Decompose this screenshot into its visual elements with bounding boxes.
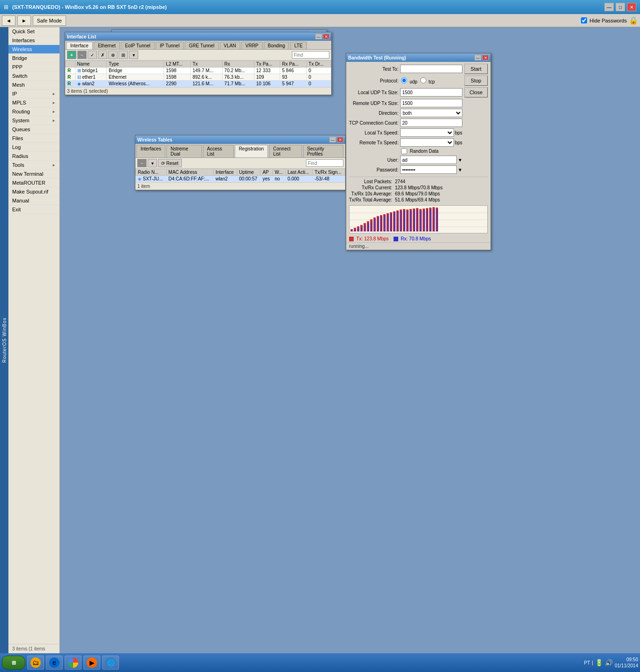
remove-interface-button[interactable]: − (77, 51, 87, 59)
col-txpa: Tx Pa... (254, 61, 280, 67)
sidebar-item-new-terminal[interactable]: New Terminal (8, 170, 60, 179)
sidebar-item-queues[interactable]: Queues (8, 125, 60, 134)
filter-interface-button[interactable]: ▾ (129, 51, 138, 59)
wireless-table-header: Radio N... MAC Address Interface Uptime … (136, 169, 345, 176)
sidebar-item-switch[interactable]: Switch (8, 72, 60, 81)
interface-search-input[interactable] (292, 51, 329, 59)
sidebar-item-routing[interactable]: Routing► (8, 107, 60, 116)
tcp-conn-input[interactable] (400, 119, 462, 127)
local-udp-tx-size-input[interactable] (400, 88, 462, 97)
test-to-input[interactable] (400, 65, 462, 73)
interface-list-close[interactable]: ✕ (323, 34, 329, 39)
add-interface-button[interactable]: + (67, 51, 76, 59)
sort-interface-button[interactable]: ⊞ (119, 51, 128, 59)
back-button[interactable]: ◄ (2, 15, 15, 26)
sidebar-item-radius[interactable]: Radius (8, 152, 60, 161)
tab-eoip-tunnel[interactable]: EoIP Tunnel (121, 42, 155, 49)
interface-list-minimize[interactable]: — (315, 34, 322, 39)
protocol-udp-label[interactable]: udp (400, 77, 417, 84)
wireless-reset-button[interactable]: ⟳ Reset (158, 159, 182, 167)
enable-interface-button[interactable]: ✓ (88, 51, 97, 59)
table-row[interactable]: R ◈ wlan2 Wireless (Atheros... 2290 121.… (66, 81, 331, 87)
user-input[interactable] (400, 156, 457, 164)
safe-mode-button[interactable]: Safe Mode (33, 15, 66, 26)
direction-select[interactable]: both transmit receive (400, 109, 462, 117)
tcp-conn-label: TCP Connection Count: (349, 120, 398, 126)
interface-list-titlebar[interactable]: Interface List — ✕ (65, 32, 331, 41)
tab-registration[interactable]: Registration (235, 145, 268, 158)
tab-wireless-interfaces[interactable]: Interfaces (136, 145, 165, 157)
start-button[interactable]: ⊞ (2, 656, 25, 670)
items-count-label: 3 items (1 items (8, 644, 60, 653)
sidebar-item-metarouter[interactable]: MetaROUTER (8, 179, 60, 187)
wireless-close[interactable]: ✕ (337, 137, 343, 142)
wireless-remove-button[interactable]: − (137, 159, 147, 167)
tab-security-profiles[interactable]: Security Profiles (303, 145, 343, 157)
sidebar-item-files[interactable]: Files (8, 134, 60, 143)
sidebar-item-interfaces[interactable]: Interfaces (8, 36, 60, 45)
sidebar-item-ppp[interactable]: PPP (8, 63, 60, 72)
tab-gre-tunnel[interactable]: GRE Tunnel (185, 42, 218, 49)
taskbar-app-explorer[interactable]: 🗂 (27, 656, 44, 670)
taskbar-app-network[interactable]: 🌐 (102, 656, 119, 670)
sidebar-item-manual[interactable]: Manual (8, 196, 60, 205)
wireless-filter-button[interactable]: ▾ (148, 159, 157, 167)
start-button[interactable]: Start (464, 64, 488, 74)
wireless-titlebar[interactable]: Wireless Tables — ✕ (135, 135, 345, 144)
sidebar-item-log[interactable]: Log (8, 143, 60, 152)
maximize-button[interactable]: □ (616, 3, 625, 11)
hide-passwords-checkbox[interactable] (581, 17, 587, 23)
sidebar-item-make-supout[interactable]: Make Supout.rif (8, 187, 60, 196)
taskbar-app-chrome[interactable] (65, 656, 82, 670)
hide-passwords-check[interactable]: Hide Passwords (580, 17, 627, 23)
tab-connect-list[interactable]: Connect List (269, 145, 302, 157)
wireless-minimize[interactable]: — (329, 137, 336, 142)
protocol-tcp-radio[interactable] (420, 77, 426, 83)
protocol-tcp-label[interactable]: tcp (419, 77, 435, 84)
disable-interface-button[interactable]: ✗ (98, 51, 107, 59)
copy-interface-button[interactable]: ⊕ (108, 51, 118, 59)
tab-vlan[interactable]: VLAN (220, 42, 240, 49)
close-button[interactable]: Close (464, 87, 488, 97)
password-input[interactable] (400, 165, 457, 174)
lock-icon[interactable]: 🔒 (629, 16, 638, 25)
sidebar-item-bridge[interactable]: Bridge (8, 54, 60, 63)
forward-button[interactable]: ► (17, 15, 31, 26)
random-data-label[interactable]: Random Data (400, 148, 462, 154)
wireless-search-input[interactable] (306, 159, 343, 167)
table-row[interactable]: R ⊞ bridge1 Bridge 1598 149.7 M... 70.2 … (66, 67, 331, 74)
protocol-udp-radio[interactable] (401, 77, 407, 83)
random-data-checkbox[interactable] (401, 148, 407, 154)
sidebar-item-wireless[interactable]: Wireless (8, 45, 60, 54)
table-row[interactable]: ◈ SXT-JU... D4:CA:6D:FF:AF:... wlan2 00:… (136, 176, 345, 182)
bw-titlebar[interactable]: Bandwidth Test (Running) — ✕ (346, 53, 491, 62)
sidebar-item-quickset[interactable]: Quick Set (8, 27, 60, 36)
sidebar-item-exit[interactable]: Exit (8, 205, 60, 214)
table-row[interactable]: R ⊟ ether1 Ethernet 1598 892.6 k... 76.3… (66, 74, 331, 81)
tab-vrrp[interactable]: VRRP (241, 42, 263, 49)
tab-lte[interactable]: LTE (290, 42, 307, 49)
bw-close[interactable]: ✕ (482, 55, 489, 60)
stop-button[interactable]: Stop (464, 75, 488, 86)
taskbar-app-media[interactable]: ▶ (83, 656, 100, 670)
user-dropdown-arrow[interactable]: ▼ (458, 157, 462, 163)
bw-minimize[interactable]: — (475, 55, 481, 60)
tab-ip-tunnel[interactable]: IP Tunnel (156, 42, 184, 49)
sidebar-item-mesh[interactable]: Mesh (8, 81, 60, 90)
remote-tx-speed-select[interactable] (400, 138, 454, 147)
taskbar-app-ie[interactable]: e (46, 656, 63, 670)
close-button[interactable]: ✕ (627, 3, 636, 11)
sidebar-item-tools[interactable]: Tools► (8, 161, 60, 170)
tab-access-list[interactable]: Access List (203, 145, 234, 157)
local-tx-speed-select[interactable] (400, 128, 454, 137)
sidebar-item-ip[interactable]: IP► (8, 90, 60, 98)
tab-interface[interactable]: Interface (66, 42, 93, 50)
tab-bonding[interactable]: Bonding (264, 42, 290, 49)
sidebar-item-mpls[interactable]: MPLS► (8, 98, 60, 107)
remote-udp-tx-size-input[interactable] (400, 99, 462, 107)
password-dropdown-arrow[interactable]: ▼ (458, 167, 462, 172)
sidebar-item-system[interactable]: System► (8, 116, 60, 125)
tab-nstreme-dual[interactable]: Nstreme Dual (166, 145, 202, 157)
tab-ethernet[interactable]: Ethernet (94, 42, 120, 49)
minimize-button[interactable]: — (604, 3, 614, 11)
